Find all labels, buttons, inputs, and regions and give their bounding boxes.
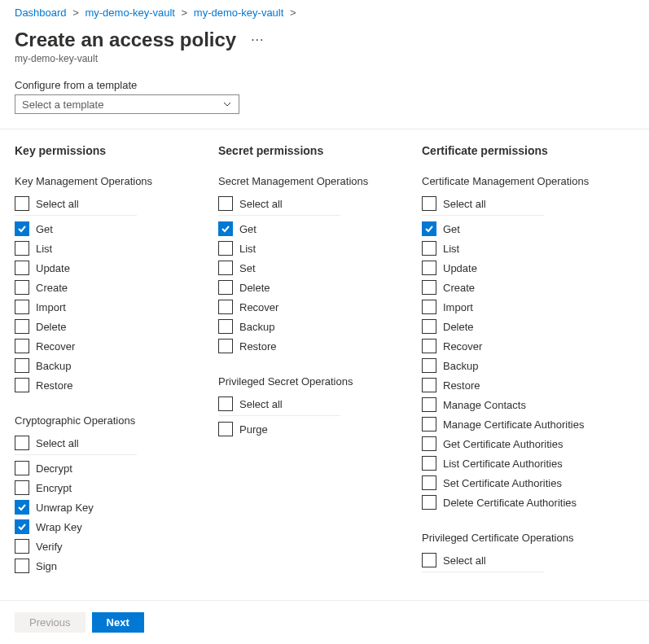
permission-checkbox[interactable] [218,221,233,236]
select-all-label[interactable]: Select all [36,437,79,449]
permission-label[interactable]: Backup [36,360,71,372]
permission-label[interactable]: Update [36,262,70,274]
permission-label[interactable]: Purge [239,423,268,436]
permission-label[interactable]: Manage Contacts [443,399,526,411]
permission-checkbox[interactable] [15,500,29,515]
permission-label[interactable]: Recover [36,340,75,353]
select-all-label[interactable]: Select all [443,198,486,210]
select-all-checkbox[interactable] [422,196,436,211]
permission-label[interactable]: Restore [443,379,480,392]
permission-checkbox[interactable] [422,358,436,373]
next-button[interactable]: Next [92,612,144,633]
permission-label[interactable]: Get [443,223,460,235]
permission-label[interactable]: List Certificate Authorities [443,458,563,470]
permission-checkbox[interactable] [218,261,233,275]
permission-label[interactable]: Delete Certificate Authorities [443,497,577,509]
permission-checkbox[interactable] [422,397,436,412]
breadcrumb-link-dashboard[interactable]: Dashboard [15,7,67,19]
chevron-down-icon [222,99,232,109]
permission-checkbox[interactable] [422,475,436,490]
permission-label[interactable]: Encrypt [36,482,72,494]
previous-button[interactable]: Previous [15,612,86,633]
more-actions-button[interactable]: ··· [251,33,264,47]
permission-label[interactable]: Delete [239,282,270,294]
permission-checkbox[interactable] [15,339,29,353]
permission-checkbox[interactable] [218,319,233,334]
permission-checkbox[interactable] [15,539,29,554]
permission-label[interactable]: Recover [443,340,482,353]
permission-label[interactable]: Backup [239,321,274,333]
permission-checkbox[interactable] [15,378,29,392]
permission-checkbox[interactable] [422,456,436,471]
permission-checkbox[interactable] [422,221,436,236]
permission-checkbox[interactable] [218,241,233,256]
permission-checkbox[interactable] [422,339,436,353]
permission-label[interactable]: Create [443,282,475,294]
permission-checkbox[interactable] [422,495,436,510]
select-all-checkbox[interactable] [218,196,233,211]
permission-label[interactable]: Manage Certificate Authorities [443,418,584,431]
permission-label[interactable]: Import [36,301,66,313]
select-all-label[interactable]: Select all [239,198,283,210]
permission-checkbox[interactable] [422,319,436,334]
permission-checkbox[interactable] [15,319,29,334]
permission-checkbox[interactable] [218,422,233,436]
template-dropdown[interactable]: Select a template [15,94,239,114]
permission-label[interactable]: Get Certificate Authorities [443,438,563,450]
permission-label[interactable]: Verify [36,541,63,553]
permission-checkbox[interactable] [422,300,436,314]
select-all-checkbox[interactable] [15,436,29,450]
permission-label[interactable]: Unwrap Key [36,502,94,514]
permission-label[interactable]: Restore [239,340,277,353]
permission-checkbox[interactable] [422,436,436,451]
permission-checkbox[interactable] [15,261,29,275]
permissions-column: Secret permissionsSecret Management Oper… [218,144,422,576]
permission-row: Backup [422,356,617,375]
permission-checkbox[interactable] [15,241,29,256]
permission-label[interactable]: Sign [36,560,57,572]
permission-label[interactable]: Import [443,301,473,313]
permission-checkbox[interactable] [422,417,436,432]
permission-checkbox[interactable] [218,339,233,353]
permission-checkbox[interactable] [422,280,436,295]
select-all-checkbox[interactable] [15,196,29,211]
permission-row: Recover [422,336,617,356]
permission-label[interactable]: Set [239,262,256,274]
permission-label[interactable]: Create [36,282,68,294]
permission-label[interactable]: Wrap Key [36,521,82,533]
permission-label[interactable]: Set Certificate Authorities [443,477,562,489]
permission-checkbox[interactable] [15,519,29,534]
permission-checkbox[interactable] [15,300,29,314]
breadcrumb-link-vault2[interactable]: my-demo-key-vault [194,7,284,19]
permission-row: Get [422,219,617,239]
permission-checkbox[interactable] [15,221,29,236]
permission-label[interactable]: Get [36,223,53,235]
select-all-checkbox[interactable] [422,553,436,567]
select-all-label[interactable]: Select all [443,554,486,567]
permission-label[interactable]: List [239,243,256,255]
permission-label[interactable]: Recover [239,301,278,313]
permission-label[interactable]: List [443,243,459,255]
select-all-checkbox[interactable] [218,396,233,411]
permission-checkbox[interactable] [15,280,29,295]
permission-label[interactable]: List [36,243,52,255]
permission-label[interactable]: Decrypt [36,462,72,475]
permission-checkbox[interactable] [15,559,29,573]
permission-checkbox[interactable] [15,461,29,475]
permission-checkbox[interactable] [218,300,233,314]
permission-label[interactable]: Backup [443,360,478,372]
permission-checkbox[interactable] [422,378,436,392]
permission-label[interactable]: Get [239,223,257,235]
permission-checkbox[interactable] [15,358,29,373]
permission-checkbox[interactable] [422,261,436,275]
select-all-label[interactable]: Select all [239,398,283,410]
permission-checkbox[interactable] [15,480,29,495]
permission-checkbox[interactable] [218,280,233,295]
select-all-label[interactable]: Select all [36,198,79,210]
permission-label[interactable]: Restore [36,379,73,392]
breadcrumb-link-vault1[interactable]: my-demo-key-vault [85,7,175,19]
permission-label[interactable]: Delete [443,321,474,333]
permission-checkbox[interactable] [422,241,436,256]
permission-label[interactable]: Delete [36,321,67,333]
permission-label[interactable]: Update [443,262,477,274]
